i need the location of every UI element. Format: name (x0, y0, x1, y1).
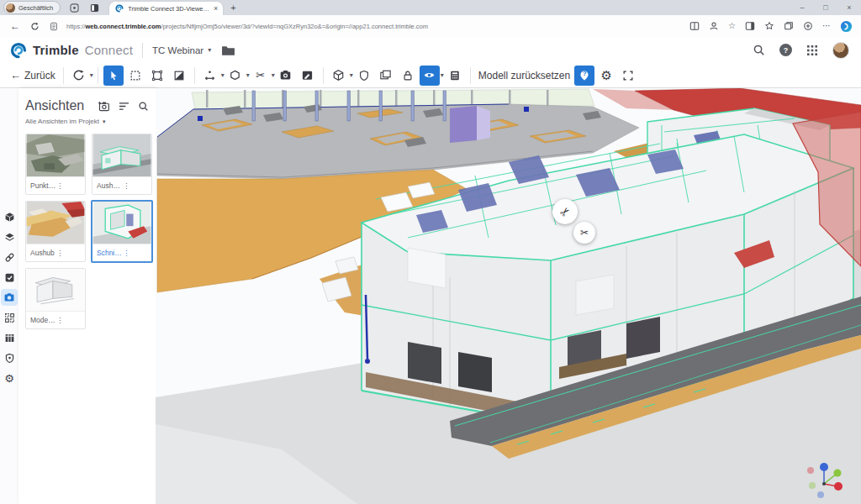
viewer-toolbar: ← Zurück ▾ ▾ ▾ ✂ ▾ ▾ (0, 63, 861, 88)
workspaces-icon[interactable] (67, 3, 81, 13)
axis-gizmo[interactable] (800, 459, 848, 499)
visibility-eye-button[interactable] (420, 66, 440, 86)
view-card-modell[interactable]: Modell Auss...⋮ (25, 268, 86, 329)
browser-tab-active[interactable]: Trimble Connect 3D-Viewer - TC × (109, 2, 223, 15)
presentation-screens-button[interactable] (376, 66, 396, 86)
window-maximize-button[interactable]: □ (814, 0, 837, 15)
view-card-schnittansicht-selected[interactable]: Schnittansic...⋮ (91, 200, 153, 263)
settings-gear-button[interactable]: ⚙ (596, 66, 616, 86)
marquee-select-button[interactable] (125, 66, 145, 86)
vertical-tabs-icon[interactable] (87, 3, 101, 13)
clip-plane-handle-1[interactable]: ✂ (552, 199, 578, 224)
help-icon[interactable]: ? (779, 44, 792, 56)
new-tab-button[interactable]: + (230, 3, 235, 13)
browser-refresh-icon[interactable] (30, 22, 40, 31)
view-menu-icon[interactable]: ⋮ (123, 181, 149, 190)
views-filter-label: Alle Ansichten im Projekt (25, 118, 99, 125)
views-camera-icon-active[interactable] (1, 289, 18, 306)
measure-caret-icon[interactable]: ▾ (221, 72, 224, 79)
view-menu-icon[interactable]: ⋮ (56, 181, 82, 190)
panel-search-icon[interactable] (138, 101, 149, 112)
todo-check-icon[interactable] (3, 271, 15, 283)
search-icon[interactable] (753, 44, 765, 56)
model-cube-button[interactable] (329, 66, 349, 86)
add-view-camera-icon[interactable] (98, 101, 110, 112)
clip-plane-handle-2[interactable]: ✂ (573, 222, 595, 244)
sort-icon[interactable] (119, 102, 129, 111)
window-minimize-button[interactable]: – (790, 0, 814, 15)
browser-profile-chip[interactable]: Geschäftlich (3, 1, 61, 14)
fullscreen-button[interactable] (618, 66, 638, 86)
trimble-connect-logo[interactable]: Trimble Connect (10, 42, 133, 59)
reset-marker-button[interactable]: ? (574, 66, 594, 86)
markup-caret-icon[interactable]: ▾ (246, 72, 250, 79)
screenshot-button[interactable] (276, 66, 296, 86)
window-close-button[interactable]: × (837, 0, 861, 15)
collections-icon[interactable] (784, 21, 794, 31)
view-thumbnail (92, 202, 151, 244)
keypad-button[interactable] (445, 66, 465, 86)
reading-sidebar-icon[interactable] (745, 21, 755, 31)
site-info-icon[interactable] (50, 22, 58, 31)
clip-tool-button[interactable]: ✂ (251, 66, 271, 86)
url-text[interactable]: https://web.connect.trimble.com/projects… (66, 23, 428, 30)
models-cube-icon[interactable] (3, 211, 15, 223)
reset-model-text: Modell zurücksetzen (478, 70, 570, 81)
view-card-aushub[interactable]: Aushub⋮ (25, 201, 86, 262)
clip-caret-icon[interactable]: ▾ (272, 72, 275, 79)
orbit-caret-icon[interactable]: ▾ (90, 72, 93, 79)
folder-icon[interactable] (221, 45, 235, 56)
brand-primary: Trimble (33, 43, 79, 57)
ghost-shield-button[interactable] (354, 66, 374, 86)
orbit-tool-button[interactable] (69, 66, 89, 86)
favorites-bar-icon[interactable] (764, 21, 774, 31)
view-name: Schnittansic... (97, 249, 123, 257)
chevron-down-icon: ▾ (208, 47, 211, 54)
brand-secondary: Connect (85, 43, 133, 57)
shield-badge-icon[interactable] (3, 352, 15, 364)
lock-button[interactable] (398, 66, 418, 86)
measure-tool-button[interactable] (200, 66, 220, 86)
model-cube-caret-icon[interactable]: ▾ (350, 72, 353, 79)
project-name: TC Webinar (152, 45, 203, 55)
visibility-caret-icon[interactable]: ▾ (441, 72, 444, 79)
markup-screenshot-button[interactable] (298, 66, 318, 86)
view-menu-icon[interactable]: ⋮ (56, 316, 82, 324)
marker-question-glyph: ? (583, 70, 587, 77)
trimble-favicon (115, 4, 124, 13)
apps-grid-icon[interactable] (806, 45, 818, 56)
gear-glyph: ⚙ (4, 373, 14, 384)
browser-back-icon[interactable]: ← (10, 20, 20, 32)
markup-shape-button[interactable] (225, 66, 246, 86)
toolbar-separator (323, 67, 324, 84)
panel-title: Ansichten (25, 98, 84, 113)
view-menu-icon[interactable]: ⋮ (56, 249, 82, 257)
hierarchy-icon[interactable] (3, 312, 15, 323)
gear-icon: ⚙ (600, 69, 611, 81)
favorite-star-icon[interactable]: ☆ (728, 22, 736, 30)
browser-menu-icon[interactable]: ⋯ (822, 22, 831, 30)
project-selector[interactable]: TC Webinar ▾ (152, 45, 211, 55)
browser-profile-icon[interactable] (709, 21, 719, 31)
copilot-icon[interactable] (840, 20, 853, 33)
view-menu-icon[interactable]: ⋮ (123, 249, 149, 257)
split-screen-icon[interactable] (689, 21, 700, 31)
3d-viewport[interactable]: ✂ ✂ (156, 88, 861, 504)
view-card-punktwolke[interactable]: Punktwolke⋮ (25, 134, 86, 195)
user-avatar[interactable] (832, 42, 849, 59)
view-name: Aushub (30, 249, 56, 257)
help-glyph: ? (784, 46, 789, 55)
rail-gear-icon[interactable]: ⚙ (3, 372, 15, 384)
back-button[interactable]: ← Zurück (10, 69, 55, 81)
polygon-select-button[interactable] (147, 66, 167, 86)
table-columns-icon[interactable] (3, 332, 15, 344)
views-filter-dropdown[interactable]: Alle Ansichten im Projekt ▾ (25, 118, 149, 125)
invert-selection-button[interactable] (169, 66, 189, 86)
extensions-icon[interactable] (803, 21, 813, 31)
layers-icon[interactable] (3, 231, 15, 243)
link-icon[interactable] (3, 251, 15, 263)
select-tool-button[interactable] (103, 66, 124, 86)
view-card-aushubarch[interactable]: AushubArch⋮ (92, 134, 152, 195)
scissors-icon: ✂ (256, 70, 265, 81)
tab-close-icon[interactable]: × (214, 5, 218, 13)
